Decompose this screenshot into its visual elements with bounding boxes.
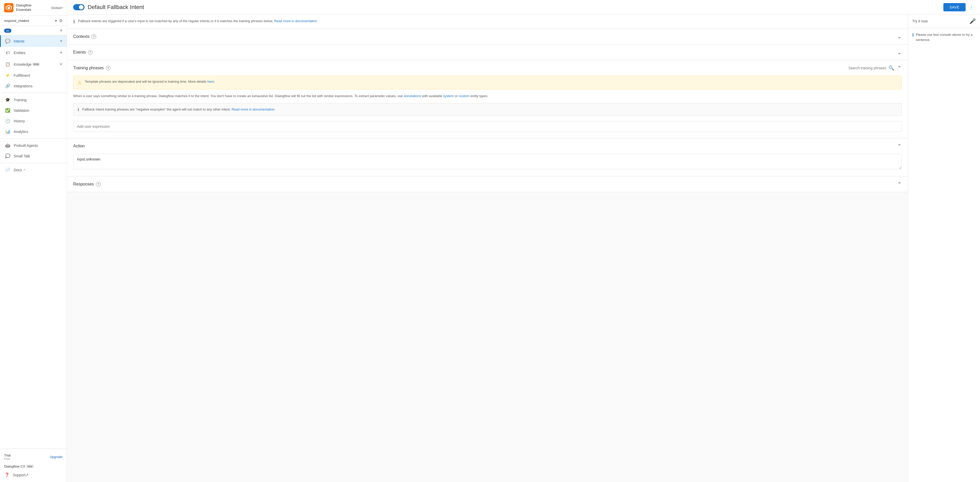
- sidebar-item-label: Fulfillment: [14, 73, 30, 78]
- training-phrases-section: Training phrases ? Search training phras…: [67, 60, 908, 138]
- trial-subtitle: Free: [4, 457, 50, 460]
- try-panel-header: Try it now 🎤: [908, 14, 980, 28]
- trial-section: Trial Free Upgrade: [0, 451, 67, 462]
- action-textarea[interactable]: input.unknown: [73, 154, 902, 169]
- contexts-help-icon[interactable]: ?: [92, 34, 96, 39]
- prebuilt-icon: 🤖: [5, 143, 11, 148]
- global-selector[interactable]: Global ▾: [51, 6, 63, 10]
- search-phrases-label: Search training phrases: [848, 66, 886, 70]
- sidebar-item-label: Small Talk: [14, 154, 30, 158]
- support-label: Support: [13, 473, 25, 477]
- agent-settings-button[interactable]: ⚙: [59, 18, 63, 23]
- support-external-icon: ↗: [25, 473, 29, 477]
- new-badge: new: [26, 465, 33, 468]
- training-phrases-header: Training phrases ? Search training phras…: [67, 60, 908, 76]
- contexts-title: Contexts ?: [73, 34, 96, 39]
- sidebar-item-integrations[interactable]: 🔗 Integrations: [0, 81, 67, 91]
- sidebar-item-docs[interactable]: 📄 Docs ↗: [0, 165, 67, 175]
- responses-header[interactable]: Responses ? ⌃: [67, 176, 908, 192]
- add-entity-button[interactable]: +: [60, 50, 63, 55]
- microphone-button[interactable]: 🎤: [969, 18, 976, 24]
- more-options-button[interactable]: ⋮: [969, 4, 974, 10]
- action-chevron-icon: ⌃: [897, 143, 902, 149]
- search-phrases-area: Search training phrases 🔍: [848, 65, 894, 71]
- sidebar-item-entities[interactable]: 🏷 Entities +: [0, 47, 67, 59]
- intent-content: ℹ Fallback intents are triggered if a us…: [67, 14, 908, 482]
- dialogflow-cx-label: Dialogflow CX: [4, 465, 25, 468]
- search-phrases-button[interactable]: 🔍: [888, 65, 894, 71]
- toggle-thumb: [79, 5, 84, 10]
- add-knowledge-button[interactable]: +: [60, 61, 63, 67]
- contexts-header[interactable]: Contexts ? ⌄: [67, 29, 908, 44]
- action-header[interactable]: Action ⌃: [67, 138, 908, 154]
- content-area: ℹ Fallback intents are triggered if a us…: [67, 14, 980, 482]
- dialogflow-logo: [4, 3, 13, 13]
- contexts-section: Contexts ? ⌄: [67, 29, 908, 44]
- events-section: Events ? ⌄: [67, 44, 908, 60]
- sidebar-item-smalltalk[interactable]: 💭 Small Talk: [0, 151, 67, 161]
- add-intent-button[interactable]: +: [60, 38, 63, 44]
- sidebar-item-label: Entities: [14, 51, 25, 55]
- nav-divider-1: [0, 93, 67, 93]
- try-info-text: Please use test console above to try a s…: [916, 32, 976, 42]
- knowledge-badge: beta: [32, 63, 40, 66]
- dialogflow-cx-row: Dialogflow CX new: [0, 462, 67, 471]
- page-title: Default Fallback Intent: [88, 4, 144, 11]
- fallback-note-text: Fallback Intent training phrases are "ne…: [82, 107, 275, 112]
- system-link[interactable]: system: [443, 94, 453, 98]
- events-header[interactable]: Events ? ⌄: [67, 44, 908, 60]
- save-button[interactable]: SAVE: [943, 3, 966, 11]
- action-title: Action: [73, 144, 84, 148]
- sidebar-item-analytics[interactable]: 📊 Analytics: [0, 126, 67, 137]
- warning-icon: ⚠: [78, 80, 82, 86]
- sidebar-item-label: Docs: [14, 168, 22, 172]
- action-section: Action ⌃ input.unknown: [67, 138, 908, 176]
- info-banner-link[interactable]: Read more in documentation: [274, 19, 317, 23]
- sidebar-item-validation[interactable]: ✅ Validation: [0, 105, 67, 116]
- try-panel-body: ℹ Please use test console above to try a…: [908, 28, 980, 46]
- warning-link[interactable]: here: [207, 79, 214, 84]
- sidebar-bottom: Trial Free Upgrade Dialogflow CX new ❓ S…: [0, 449, 67, 482]
- events-help-icon[interactable]: ?: [88, 50, 92, 55]
- training-phrases-chevron-icon[interactable]: ⌃: [897, 65, 902, 71]
- responses-section: Responses ? ⌃: [67, 176, 908, 192]
- info-banner: ℹ Fallback intents are triggered if a us…: [67, 14, 908, 29]
- sidebar-item-knowledge[interactable]: 📋 Knowledge beta +: [0, 59, 67, 70]
- sidebar-item-label: Prebuilt Agents: [14, 143, 38, 147]
- responses-help-icon[interactable]: ?: [96, 182, 100, 187]
- agent-dropdown-button[interactable]: ▾: [55, 18, 57, 23]
- main-wrapper: Default Fallback Intent SAVE ⋮ ℹ Fallbac…: [67, 0, 980, 482]
- try-info-icon: ℹ: [912, 32, 914, 37]
- language-badge[interactable]: en: [4, 29, 11, 33]
- info-icon: ℹ: [73, 19, 75, 24]
- agent-row: respond_chatbot ▾ ⚙: [0, 16, 67, 26]
- trial-title: Trial: [4, 453, 50, 457]
- add-language-button[interactable]: +: [60, 28, 63, 33]
- action-body: input.unknown: [67, 154, 908, 176]
- global-label: Global: [51, 6, 61, 10]
- sidebar-item-label: History: [14, 119, 25, 123]
- annotations-link[interactable]: annotations: [404, 94, 421, 98]
- responses-title: Responses ?: [73, 182, 100, 187]
- fallback-read-more-link[interactable]: Read more in documentation: [231, 108, 275, 111]
- events-title: Events ?: [73, 50, 92, 55]
- upgrade-button[interactable]: Upgrade: [50, 455, 63, 459]
- sidebar-item-support[interactable]: ❓ Support ↗: [0, 471, 67, 479]
- intent-toggle[interactable]: [73, 4, 84, 10]
- contexts-chevron-icon: ⌄: [897, 33, 902, 40]
- sidebar-item-prebuilt[interactable]: 🤖 Prebuilt Agents: [0, 140, 67, 151]
- try-panel-title: Try it now: [912, 19, 969, 23]
- history-icon: 🕐: [5, 119, 11, 124]
- custom-link[interactable]: custom: [458, 94, 469, 98]
- sidebar-item-fulfillment[interactable]: ⚡ Fulfillment: [0, 70, 67, 81]
- sidebar-item-training[interactable]: 🎓 Training: [0, 95, 67, 105]
- try-panel: Try it now 🎤 ℹ Please use test console a…: [908, 14, 980, 482]
- training-phrases-help-icon[interactable]: ?: [106, 66, 111, 70]
- intents-icon: 💬: [5, 39, 11, 44]
- knowledge-icon: 📋: [5, 62, 11, 67]
- training-phrases-desc: When a user says something similar to a …: [73, 94, 902, 99]
- add-expression-input[interactable]: [73, 121, 902, 132]
- sidebar-item-history[interactable]: 🕐 History: [0, 116, 67, 126]
- external-link-icon: ↗: [23, 168, 25, 171]
- sidebar-item-intents[interactable]: 💬 Intents +: [0, 35, 67, 47]
